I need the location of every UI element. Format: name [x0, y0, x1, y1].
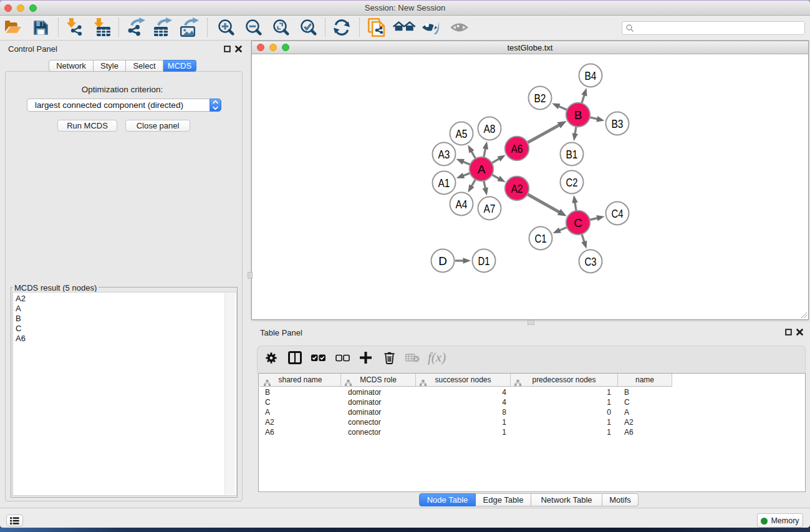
svg-text:B2: B2 — [534, 92, 546, 105]
svg-text:A2: A2 — [511, 182, 523, 195]
svg-text:B1: B1 — [566, 148, 578, 161]
svg-text:B: B — [574, 109, 582, 122]
svg-text:A3: A3 — [438, 148, 450, 161]
svg-text:C4: C4 — [612, 207, 624, 220]
svg-text:A7: A7 — [484, 202, 496, 215]
svg-text:A6: A6 — [511, 142, 523, 155]
svg-text:C3: C3 — [585, 255, 597, 268]
svg-text:D1: D1 — [478, 254, 490, 268]
svg-text:A: A — [478, 163, 486, 176]
svg-text:A4: A4 — [456, 198, 468, 211]
svg-text:A8: A8 — [484, 122, 496, 135]
svg-text:B4: B4 — [585, 69, 597, 82]
svg-text:B3: B3 — [612, 117, 624, 130]
svg-text:A1: A1 — [438, 177, 450, 190]
svg-text:C2: C2 — [566, 176, 578, 189]
svg-text:C: C — [574, 216, 582, 230]
svg-text:D: D — [438, 254, 447, 268]
svg-text:A5: A5 — [456, 127, 468, 140]
svg-text:C1: C1 — [535, 232, 547, 245]
